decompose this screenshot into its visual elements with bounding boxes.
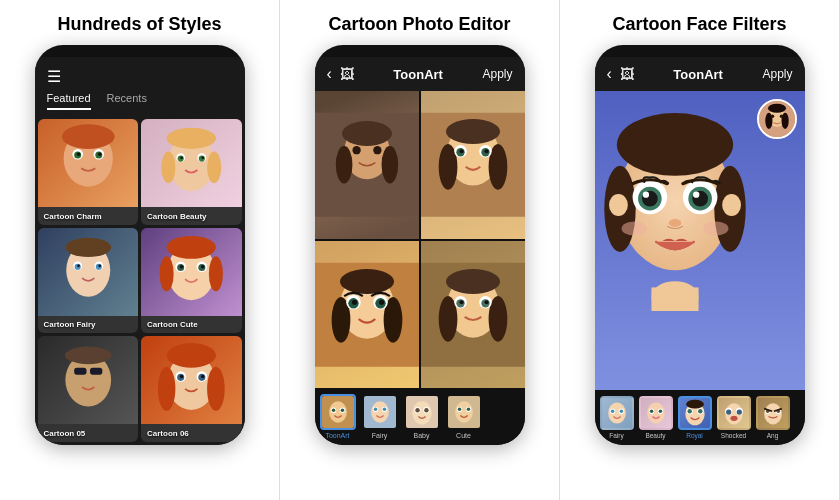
hamburger-icon[interactable]: ☰	[47, 67, 233, 86]
filter-baby-img[interactable]	[404, 394, 440, 430]
svg-point-127	[616, 113, 732, 176]
svg-point-17	[207, 152, 221, 184]
svg-point-130	[609, 194, 628, 216]
editor-cell-3	[315, 241, 419, 389]
svg-point-135	[642, 192, 648, 198]
editor-cell-1	[315, 91, 419, 239]
gallery-icon-3[interactable]: 🖼	[620, 66, 634, 82]
panel-hundreds-of-styles: Hundreds of Styles ☰ Featured Recents	[0, 0, 280, 500]
panel3-header: Cartoon Face Filters	[560, 0, 839, 45]
style-label-cartoon-charm: Cartoon Charm	[44, 212, 102, 221]
style-label-cartoon-beauty: Cartoon Beauty	[147, 212, 207, 221]
svg-point-110	[424, 408, 428, 412]
svg-point-119	[768, 104, 786, 113]
filter3-royal[interactable]: Royal	[677, 396, 713, 439]
filter-cute[interactable]: Cute	[445, 394, 483, 439]
svg-point-123	[779, 115, 783, 119]
tab-recents[interactable]: Recents	[107, 92, 147, 110]
filter-toonart-img[interactable]	[320, 394, 356, 430]
apply-btn-3[interactable]: Apply	[762, 67, 792, 81]
svg-rect-37	[74, 368, 86, 375]
filter3-ang-img[interactable]	[756, 396, 790, 430]
filter3-shocked[interactable]: Shocked	[716, 396, 752, 439]
back-arrow-2[interactable]: ‹	[327, 65, 332, 83]
filter3-royal-label: Royal	[686, 432, 703, 439]
svg-point-112	[455, 401, 473, 422]
svg-point-70	[484, 149, 488, 153]
apply-btn-2[interactable]: Apply	[482, 67, 512, 81]
filter-strip-2: ToonArt Fairy Baby	[315, 388, 525, 445]
panel2-header: Cartoon Photo Editor	[280, 0, 559, 45]
style-cell-cartoon-beauty[interactable]: Cartoon Beauty	[141, 119, 242, 225]
style-cell-cartoon-cute[interactable]: Cartoon Cute	[141, 228, 242, 334]
style-label-06: Cartoon 06	[147, 429, 189, 438]
svg-point-34	[160, 256, 174, 291]
panel-cartoon-photo-editor: Cartoon Photo Editor ‹ 🖼 ToonArt Apply	[280, 0, 560, 500]
panel1-header: Hundreds of Styles	[0, 0, 279, 45]
svg-point-139	[693, 192, 699, 198]
svg-point-157	[698, 409, 702, 413]
panel1-phone-container: ☰ Featured Recents	[0, 45, 279, 500]
face-large-area	[595, 91, 805, 390]
filter3-beauty-label: Beauty	[645, 432, 665, 439]
panel3-title: Cartoon Face Filters	[612, 14, 786, 34]
gallery-icon-2[interactable]: 🖼	[340, 66, 354, 82]
svg-point-57	[381, 146, 398, 183]
svg-point-7	[61, 124, 114, 149]
filter3-royal-img[interactable]	[678, 396, 712, 430]
filter-fairy-img[interactable]	[362, 394, 398, 430]
style-label-cartoon-fairy: Cartoon Fairy	[44, 320, 96, 329]
svg-point-151	[649, 409, 653, 413]
filter3-ang[interactable]: Ang	[755, 396, 791, 439]
app-header-1: ☰ Featured Recents	[35, 57, 245, 116]
filter3-shocked-label: Shocked	[721, 432, 746, 439]
app-name-3: ToonArt	[634, 67, 763, 82]
style-cell-cartoon-charm[interactable]: Cartoon Charm	[38, 119, 139, 225]
svg-point-31	[180, 265, 184, 269]
svg-point-56	[335, 146, 352, 183]
filter-cute-img[interactable]	[446, 394, 482, 430]
svg-point-122	[770, 115, 774, 119]
style-cell-cartoon-fairy[interactable]: Cartoon Fairy	[38, 228, 139, 334]
svg-point-146	[610, 409, 614, 413]
svg-point-14	[201, 156, 204, 159]
svg-point-23	[77, 264, 80, 267]
style-cell-man[interactable]: Cartoon 05	[38, 336, 139, 442]
svg-point-25	[65, 237, 111, 256]
svg-point-58	[352, 146, 360, 154]
tab-featured[interactable]: Featured	[47, 92, 91, 110]
svg-point-69	[459, 149, 463, 153]
style-cell-redhead[interactable]: Cartoon 06	[141, 336, 242, 442]
filter-fairy[interactable]: Fairy	[361, 394, 399, 439]
style-label-cartoon-cute: Cartoon Cute	[147, 320, 198, 329]
avatar-corner	[757, 99, 797, 139]
back-arrow-3[interactable]: ‹	[607, 65, 612, 83]
svg-point-51	[158, 367, 176, 411]
svg-point-164	[730, 416, 737, 421]
svg-point-162	[726, 409, 731, 414]
filter-toonart[interactable]: ToonArt	[319, 394, 357, 439]
svg-point-24	[98, 264, 101, 267]
notch1	[110, 45, 170, 57]
panel2-phone-container: ‹ 🖼 ToonArt Apply	[280, 45, 559, 500]
filter3-fairy[interactable]: Fairy	[599, 396, 635, 439]
svg-point-32	[201, 265, 205, 269]
svg-point-100	[371, 401, 389, 422]
svg-rect-125	[651, 287, 698, 311]
svg-point-109	[415, 408, 419, 412]
svg-point-33	[167, 236, 216, 259]
filter3-shocked-img[interactable]	[717, 396, 751, 430]
tabs-row: Featured Recents	[47, 92, 233, 110]
filter3-beauty[interactable]: Beauty	[638, 396, 674, 439]
topbar-3: ‹ 🖼 ToonArt Apply	[595, 57, 805, 91]
svg-point-84	[445, 268, 499, 293]
svg-point-50	[167, 343, 216, 368]
svg-point-104	[382, 408, 386, 412]
filter3-beauty-img[interactable]	[639, 396, 673, 430]
styles-grid: Cartoon Charm	[35, 116, 245, 445]
filter3-fairy-img[interactable]	[600, 396, 634, 430]
topbar-2: ‹ 🖼 ToonArt Apply	[315, 57, 525, 91]
panel1-title: Hundreds of Styles	[57, 14, 221, 34]
filter-baby[interactable]: Baby	[403, 394, 441, 439]
svg-point-165	[764, 403, 782, 424]
